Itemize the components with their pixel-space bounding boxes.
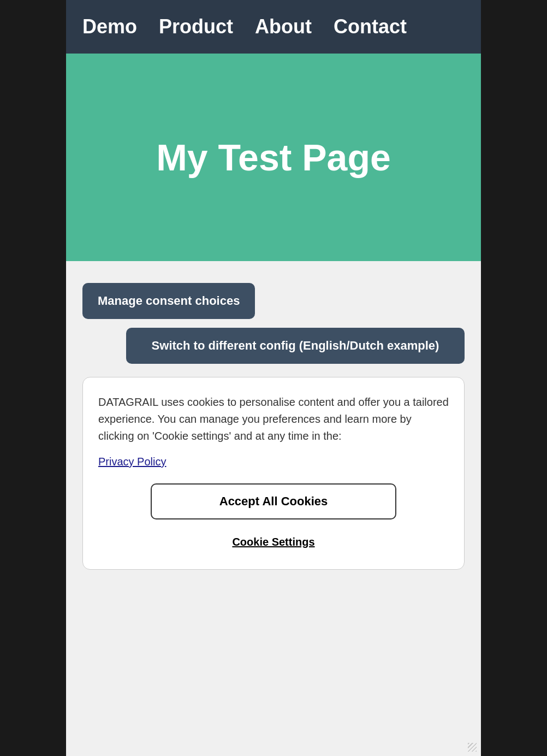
cookie-banner: DATAGRAIL uses cookies to personalise co… [82, 377, 465, 570]
nav-bar: Demo Product About Contact [66, 0, 481, 54]
nav-item-about[interactable]: About [255, 15, 312, 38]
privacy-policy-link[interactable]: Privacy Policy [98, 456, 166, 468]
page-wrapper: Demo Product About Contact My Test Page … [66, 0, 481, 756]
content-area: Manage consent choices Switch to differe… [66, 261, 481, 586]
nav-item-product[interactable]: Product [159, 15, 233, 38]
nav-item-contact[interactable]: Contact [334, 15, 407, 38]
switch-config-button[interactable]: Switch to different config (English/Dutc… [126, 328, 465, 364]
accept-all-cookies-button[interactable]: Accept All Cookies [151, 483, 396, 519]
resize-handle [468, 743, 477, 752]
hero-section: My Test Page [66, 54, 481, 261]
nav-item-demo[interactable]: Demo [82, 15, 137, 38]
manage-consent-button[interactable]: Manage consent choices [82, 283, 255, 319]
cookie-settings-button[interactable]: Cookie Settings [98, 530, 449, 554]
hero-title: My Test Page [156, 136, 391, 179]
cookie-text: DATAGRAIL uses cookies to personalise co… [98, 394, 449, 445]
